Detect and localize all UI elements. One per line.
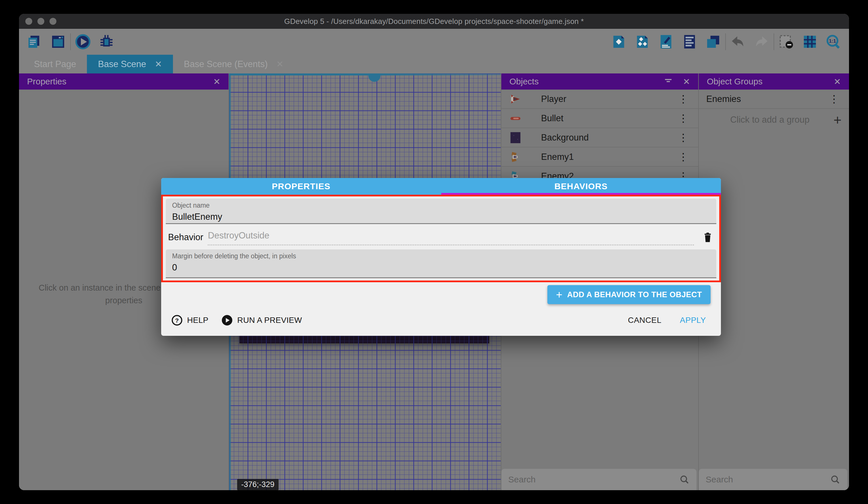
object-row-enemy1[interactable]: Enemy1 ⋮ <box>502 148 698 167</box>
layers-icon[interactable] <box>705 34 721 50</box>
main-toolbar: 1:1 <box>19 29 849 55</box>
play-icon <box>221 314 233 326</box>
properties-panel-title: Properties <box>27 77 66 87</box>
object-row-background[interactable]: Background ⋮ <box>502 128 698 148</box>
debug-icon[interactable] <box>99 34 115 50</box>
margin-label: Margin before deleting the object, in pi… <box>172 252 710 260</box>
tab-base-scene-events[interactable]: Base Scene (Events) ✕ <box>173 55 294 73</box>
dialog-action-bar: ? HELP RUN A PREVIEW CANCEL APPLY <box>161 305 721 336</box>
close-icon[interactable]: ✕ <box>683 77 690 87</box>
object-name-value[interactable]: BulletEnemy <box>172 212 710 222</box>
toolbar-separator <box>774 33 774 50</box>
scene-properties-icon[interactable] <box>682 34 698 50</box>
object-groups-panel-title: Object Groups <box>707 77 762 87</box>
group-menu-icon[interactable]: ⋮ <box>827 94 841 104</box>
bullet-sprite <box>509 112 522 125</box>
group-row-enemies[interactable]: Enemies ⋮ <box>699 90 849 109</box>
run-preview-button[interactable]: RUN A PREVIEW <box>221 314 302 326</box>
close-icon[interactable]: ✕ <box>213 77 220 87</box>
zoom-1-1-icon[interactable]: 1:1 <box>825 34 841 50</box>
behavior-label: Behavior <box>168 232 203 242</box>
add-object-icon[interactable] <box>611 34 627 50</box>
groups-search-input[interactable] <box>706 475 830 484</box>
toolbar-separator <box>725 33 726 50</box>
objects-list-icon[interactable] <box>634 34 650 50</box>
project-manager-icon[interactable] <box>27 34 43 50</box>
close-icon[interactable]: ✕ <box>834 77 841 87</box>
minimize-window-icon[interactable] <box>38 18 44 25</box>
behavior-name-input[interactable]: DestroyOutside <box>208 230 269 241</box>
plus-icon: + <box>556 289 562 301</box>
objects-search-bar <box>502 469 696 490</box>
apply-button[interactable]: APPLY <box>675 313 711 328</box>
dialog-tab-bar: PROPERTIES BEHAVIORS <box>161 178 721 195</box>
undo-icon[interactable] <box>730 34 746 50</box>
title-bar: GDevelop 5 - /Users/dkarakay/Documents/G… <box>19 14 849 29</box>
filter-icon[interactable] <box>663 76 673 88</box>
cancel-button[interactable]: CANCEL <box>623 313 667 328</box>
svg-text:?: ? <box>175 317 179 324</box>
edit-scene-icon[interactable] <box>658 34 674 50</box>
grid-icon[interactable] <box>802 34 818 50</box>
help-icon: ? <box>171 314 183 326</box>
groups-search-bar <box>699 469 847 490</box>
search-icon <box>830 474 840 485</box>
delete-behavior-icon[interactable] <box>701 231 714 244</box>
maximize-window-icon[interactable] <box>50 18 56 25</box>
object-name-label: Object name <box>172 202 710 209</box>
object-row-player[interactable]: Player ⋮ <box>502 90 698 109</box>
svg-text:1:1: 1:1 <box>829 38 836 44</box>
tab-base-scene[interactable]: Base Scene ✕ <box>87 55 173 73</box>
background-sprite <box>509 131 522 144</box>
object-menu-icon[interactable]: ⋮ <box>676 152 691 162</box>
close-tab-icon[interactable]: ✕ <box>155 59 162 69</box>
close-tab-icon[interactable]: ✕ <box>276 59 283 69</box>
object-row-bullet[interactable]: Bullet ⋮ <box>502 109 698 128</box>
close-window-icon[interactable] <box>25 18 32 25</box>
player-ship-sprite <box>509 92 522 106</box>
object-editor-dialog: PROPERTIES BEHAVIORS Object name BulletE… <box>161 178 721 336</box>
search-icon <box>679 474 690 485</box>
add-behavior-button[interactable]: + ADD A BEHAVIOR TO THE OBJECT <box>547 285 711 304</box>
object-groups-panel-header: Object Groups ✕ <box>699 73 849 90</box>
traffic-lights[interactable] <box>25 18 56 25</box>
margin-field[interactable]: Margin before deleting the object, in pi… <box>166 249 716 278</box>
behavior-row: Behavior DestroyOutside <box>163 226 719 248</box>
start-page-icon[interactable] <box>50 34 66 50</box>
dialog-tab-behaviors[interactable]: BEHAVIORS <box>441 178 721 195</box>
toolbar-separator <box>70 33 71 50</box>
margin-value[interactable]: 0 <box>172 262 710 273</box>
objects-panel-header: Objects ✕ <box>502 73 698 90</box>
object-name-field[interactable]: Object name BulletEnemy <box>166 199 716 224</box>
tab-start-page[interactable]: Start Page <box>23 55 87 73</box>
help-button[interactable]: ? HELP <box>171 314 208 326</box>
dialog-tab-properties[interactable]: PROPERTIES <box>161 178 441 195</box>
scene-border-top <box>229 73 501 75</box>
window-title: GDevelop 5 - /Users/dkarakay/Documents/G… <box>285 17 584 26</box>
objects-search-input[interactable] <box>508 475 679 484</box>
properties-panel-header: Properties ✕ <box>19 73 228 90</box>
plus-icon[interactable]: + <box>834 112 841 128</box>
scene-origin-marker <box>368 75 381 82</box>
object-menu-icon[interactable]: ⋮ <box>676 113 691 123</box>
behaviors-highlight-box: Object name BulletEnemy Behavior Destroy… <box>161 195 721 282</box>
cursor-coordinates: -376;-329 <box>237 479 279 490</box>
editor-tab-bar: Start Page Base Scene ✕ Base Scene (Even… <box>19 55 849 73</box>
add-group-row[interactable]: Click to add a group + <box>699 109 849 131</box>
play-icon[interactable] <box>75 34 91 50</box>
mask-icon[interactable] <box>778 34 794 50</box>
enemy1-ship-sprite <box>509 150 522 164</box>
redo-icon[interactable] <box>753 34 769 50</box>
objects-panel-title: Objects <box>509 77 539 87</box>
object-menu-icon[interactable]: ⋮ <box>676 132 691 143</box>
object-menu-icon[interactable]: ⋮ <box>676 94 691 104</box>
